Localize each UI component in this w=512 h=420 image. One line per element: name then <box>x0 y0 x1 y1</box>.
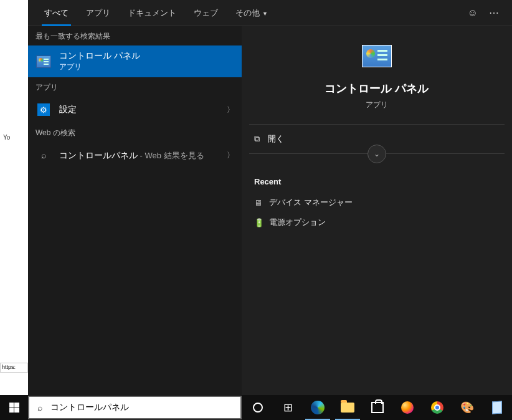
result-settings[interactable]: ⚙ 設定 〉 <box>28 97 242 123</box>
chevron-down-icon: ▼ <box>262 11 268 17</box>
taskbar-search-box[interactable]: ⌕ <box>28 396 242 419</box>
notepad-icon <box>492 401 502 414</box>
gear-icon: ⚙ <box>37 103 50 116</box>
control-panel-icon-large <box>362 45 392 67</box>
folder-icon <box>341 403 354 413</box>
firefox-icon <box>401 401 414 414</box>
control-panel-icon <box>36 55 51 68</box>
chrome-icon <box>431 401 443 414</box>
tab-documents[interactable]: ドキュメント <box>119 0 185 26</box>
tab-apps[interactable]: アプリ <box>77 0 119 26</box>
preview-pane: コントロール パネル アプリ ⧉ 開く ⌄ Recent 🖥 デバイス マネージ… <box>242 26 512 395</box>
chevron-right-icon: 〉 <box>227 150 234 161</box>
tab-all[interactable]: すべて <box>36 0 77 26</box>
device-manager-icon: 🖥 <box>254 198 269 208</box>
result-control-panel[interactable]: コントロール パネル アプリ <box>28 45 242 77</box>
search-results-panel: すべて アプリ ドキュメント ウェブ その他▼ ☺ ⋯ 最も一致する検索結果 コ… <box>28 0 512 395</box>
open-icon: ⧉ <box>254 134 268 144</box>
task-view-button[interactable]: ⊞ <box>273 395 303 420</box>
store-icon <box>371 402 384 413</box>
taskbar-app-edge[interactable] <box>303 395 333 420</box>
more-options-icon[interactable]: ⋯ <box>483 7 505 19</box>
url-tooltip: https: <box>0 363 28 373</box>
taskbar-app-firefox[interactable] <box>392 395 422 420</box>
recent-power-options[interactable]: 🔋 電源オプション <box>249 212 505 232</box>
taskbar-app-chrome[interactable] <box>422 395 452 420</box>
preview-subtitle: アプリ <box>249 100 505 110</box>
power-options-icon: 🔋 <box>254 218 269 227</box>
taskbar-app-paint[interactable]: 🎨 <box>452 395 482 420</box>
desktop-background <box>0 0 28 395</box>
search-icon: ⌕ <box>29 403 50 413</box>
paint-icon: 🎨 <box>460 401 474 414</box>
taskbar-app-store[interactable] <box>363 395 392 420</box>
start-button[interactable] <box>0 395 28 420</box>
search-icon: ⌕ <box>37 150 50 160</box>
chevron-right-icon: 〉 <box>227 105 234 115</box>
recent-header: Recent <box>254 177 505 186</box>
edge-icon <box>311 401 325 414</box>
result-web-search[interactable]: ⌕ コントロールパネル - Web 結果を見る 〉 <box>28 142 242 168</box>
tab-more[interactable]: その他▼ <box>227 0 277 26</box>
result-title: コントロール パネル <box>59 50 234 62</box>
taskbar: ⌕ ⊞ 🎨 <box>0 395 512 420</box>
windows-logo-icon <box>9 403 19 413</box>
taskbar-app-notepad[interactable] <box>482 395 512 420</box>
search-tabs: すべて アプリ ドキュメント ウェブ その他▼ ☺ ⋯ <box>28 0 512 26</box>
search-results-list: 最も一致する検索結果 コントロール パネル アプリ アプリ ⚙ 設定 〉 Web… <box>28 26 242 395</box>
result-subtitle: アプリ <box>59 62 234 72</box>
cortana-icon <box>253 403 263 413</box>
feedback-icon[interactable]: ☺ <box>462 7 483 19</box>
recent-device-manager[interactable]: 🖥 デバイス マネージャー <box>249 193 505 212</box>
web-search-header: Web の検索 <box>28 123 242 142</box>
expand-button[interactable]: ⌄ <box>367 145 386 163</box>
taskbar-app-explorer[interactable] <box>333 395 363 420</box>
preview-title: コントロール パネル <box>249 81 505 96</box>
search-input[interactable] <box>50 403 240 413</box>
cortana-button[interactable] <box>243 395 273 420</box>
desktop-text-fragment: Yo <box>3 134 10 141</box>
best-match-header: 最も一致する検索結果 <box>28 26 242 45</box>
apps-header: アプリ <box>28 77 242 97</box>
tab-web[interactable]: ウェブ <box>185 0 227 26</box>
